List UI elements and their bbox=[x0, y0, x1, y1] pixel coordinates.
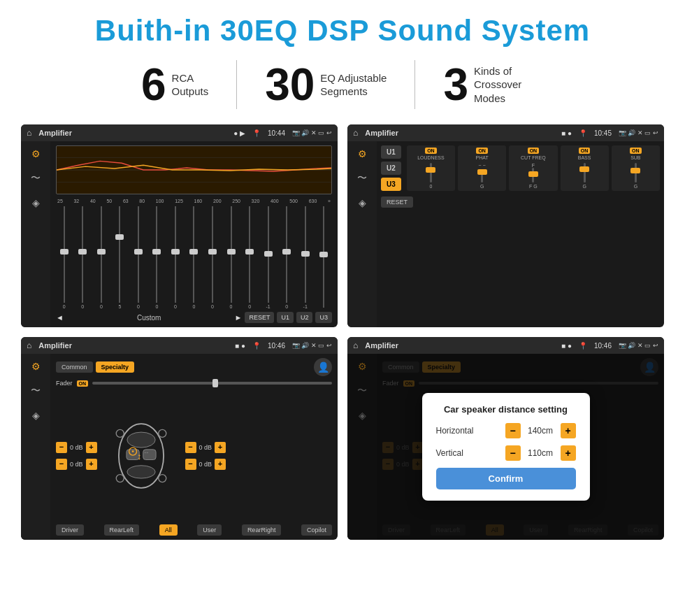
eq-u1-btn[interactable]: U1 bbox=[277, 312, 294, 323]
car-diagram: ↕ ↔ bbox=[103, 417, 180, 494]
confirm-button[interactable]: Confirm bbox=[436, 468, 576, 489]
param-phat: ON PHAT ~~ G bbox=[458, 145, 506, 191]
vertical-value: 110cm bbox=[525, 448, 556, 458]
horizontal-minus-btn[interactable]: − bbox=[505, 423, 521, 438]
eq-band-8: 0 bbox=[186, 206, 203, 309]
horizontal-plus-btn[interactable]: + bbox=[561, 423, 576, 438]
amp-reset-btn[interactable]: RESET bbox=[381, 196, 413, 208]
eq-u3-btn[interactable]: U3 bbox=[315, 312, 332, 323]
sub-name: SUB bbox=[630, 155, 640, 160]
stat-crossover-text: Kinds ofCrossover Modes bbox=[474, 64, 544, 106]
eq-icon[interactable]: ⚙ bbox=[31, 148, 41, 159]
fader-thumb bbox=[212, 379, 218, 387]
screenshots-grid: ⌂ Amplifier ● ▶ 📍 10:44 📷 🔊 ✕ ▭ ↩ ⚙ 〜 ◈ bbox=[21, 124, 664, 540]
db-value-tr: 0 dB bbox=[199, 444, 212, 451]
tab-specialty[interactable]: Specialty bbox=[96, 361, 135, 373]
loudness-slider[interactable] bbox=[430, 163, 432, 182]
db-minus-bl[interactable]: − bbox=[56, 459, 67, 470]
speaker-icon-2[interactable]: ◈ bbox=[359, 197, 366, 208]
screen-dialog: ⌂ Amplifier ■ ● 📍 10:46 📷 🔊 ✕ ▭ ↩ ⚙ 〜 ◈ bbox=[347, 337, 664, 540]
screen2-status: ■ ● bbox=[561, 129, 572, 137]
screen2-pin: 📍 bbox=[579, 129, 587, 137]
rearright-btn[interactable]: RearRight bbox=[242, 524, 282, 536]
db-plus-br[interactable]: + bbox=[215, 459, 226, 470]
home-icon-4[interactable]: ⌂ bbox=[353, 341, 358, 350]
eq-next-btn[interactable]: ► bbox=[235, 313, 243, 322]
db-minus-tr[interactable]: − bbox=[185, 442, 196, 453]
eq-band-1: 0 bbox=[56, 206, 73, 309]
eq-band-14: -1 bbox=[297, 206, 314, 309]
stat-crossover: 3 Kinds ofCrossover Modes bbox=[415, 62, 572, 107]
avatar-btn[interactable]: 👤 bbox=[314, 358, 332, 376]
home-icon-2[interactable]: ⌂ bbox=[353, 128, 358, 138]
eq-band-13: 0 bbox=[278, 206, 295, 309]
phat-slider[interactable] bbox=[481, 169, 483, 182]
screen3-main: Common Specialty 👤 Fader ON bbox=[50, 354, 338, 540]
copilot-btn[interactable]: Copilot bbox=[301, 524, 332, 536]
screen3-sidebar: ⚙ 〜 ◈ bbox=[21, 354, 50, 540]
eq-band-3: 0 bbox=[93, 206, 110, 309]
screen1-sidebar: ⚙ 〜 ◈ bbox=[21, 141, 50, 327]
eq-band-10: 0 bbox=[223, 206, 240, 309]
amp-presets: U1 U2 U3 bbox=[381, 145, 401, 191]
preset-u2[interactable]: U2 bbox=[381, 162, 401, 175]
stat-rca-number: 6 bbox=[141, 62, 166, 107]
tab-common[interactable]: Common bbox=[56, 361, 93, 373]
dialog-overlay: Car speaker distance setting Horizontal … bbox=[347, 354, 664, 540]
bottom-row: Driver RearLeft All User RearRight Copil… bbox=[56, 524, 332, 536]
fader-track[interactable] bbox=[92, 382, 332, 385]
home-icon[interactable]: ⌂ bbox=[27, 128, 31, 138]
eq-band-12: -1 bbox=[260, 206, 277, 309]
bass-on-badge: ON bbox=[579, 148, 591, 154]
db-plus-tl[interactable]: + bbox=[86, 442, 97, 453]
db-value-br: 0 dB bbox=[199, 461, 212, 468]
eq-sliders: 0 0 0 5 0 0 0 0 0 0 0 -1 0 -1 bbox=[56, 206, 332, 309]
db-minus-tl[interactable]: − bbox=[56, 442, 67, 453]
param-sub: ON SUB G bbox=[612, 145, 660, 191]
home-icon-3[interactable]: ⌂ bbox=[27, 341, 31, 350]
wave-icon[interactable]: 〜 bbox=[31, 172, 41, 185]
screen4-time: 10:46 bbox=[594, 342, 612, 350]
preset-u1[interactable]: U1 bbox=[381, 145, 401, 159]
wave-icon-2[interactable]: 〜 bbox=[357, 172, 367, 185]
speaker-icon-3[interactable]: ◈ bbox=[32, 410, 40, 421]
tab-row: Common Specialty bbox=[56, 361, 134, 373]
page-wrapper: Buith-in 30EQ DSP Sound System 6 RCAOutp… bbox=[0, 0, 685, 554]
vertical-minus-btn[interactable]: − bbox=[505, 445, 521, 461]
rearleft-btn[interactable]: RearLeft bbox=[104, 524, 140, 536]
all-btn[interactable]: All bbox=[159, 524, 178, 536]
preset-u3[interactable]: U3 bbox=[381, 178, 401, 191]
cutfreq-slider[interactable] bbox=[532, 168, 534, 182]
eq-graph bbox=[56, 145, 332, 194]
db-plus-tr[interactable]: + bbox=[215, 442, 226, 453]
fader-on-badge: ON bbox=[77, 380, 89, 387]
db-minus-br[interactable]: − bbox=[185, 459, 196, 470]
eq-icon-2[interactable]: ⚙ bbox=[358, 148, 367, 159]
db-value-tl: 0 dB bbox=[70, 444, 83, 451]
eq-band-9: 0 bbox=[204, 206, 221, 309]
sub-slider[interactable] bbox=[635, 163, 637, 182]
eq-prev-btn[interactable]: ◄ bbox=[56, 313, 64, 322]
eq-icon-3[interactable]: ⚙ bbox=[31, 361, 41, 372]
driver-btn[interactable]: Driver bbox=[56, 524, 84, 536]
svg-point-15 bbox=[158, 474, 166, 482]
db-plus-bl[interactable]: + bbox=[86, 459, 97, 470]
user-btn-3[interactable]: User bbox=[197, 524, 222, 536]
speaker-icon[interactable]: ◈ bbox=[32, 197, 40, 208]
eq-u2-btn[interactable]: U2 bbox=[296, 312, 313, 323]
stat-rca: 6 RCAOutputs bbox=[113, 62, 236, 107]
wave-icon-3[interactable]: 〜 bbox=[31, 385, 41, 397]
stat-crossover-number: 3 bbox=[443, 62, 468, 107]
screen3-pin: 📍 bbox=[252, 342, 261, 350]
eq-reset-btn[interactable]: RESET bbox=[245, 312, 274, 323]
screen4-topbar: ⌂ Amplifier ■ ● 📍 10:46 📷 🔊 ✕ ▭ ↩ bbox=[347, 337, 664, 354]
screen3-time: 10:46 bbox=[268, 342, 285, 350]
bass-slider[interactable] bbox=[584, 163, 586, 182]
screen1-body: ⚙ 〜 ◈ bbox=[21, 141, 338, 327]
screen4-status: ■ ● bbox=[561, 342, 572, 350]
screen2-topbar: ⌂ Amplifier ■ ● 📍 10:45 📷 🔊 ✕ ▭ ↩ bbox=[347, 124, 664, 141]
eq-band-11: 0 bbox=[241, 206, 258, 309]
screen2-status-icons: 📷 🔊 ✕ ▭ ↩ bbox=[619, 129, 658, 136]
vertical-plus-btn[interactable]: + bbox=[561, 445, 576, 461]
screen4-title: Amplifier bbox=[365, 341, 554, 350]
